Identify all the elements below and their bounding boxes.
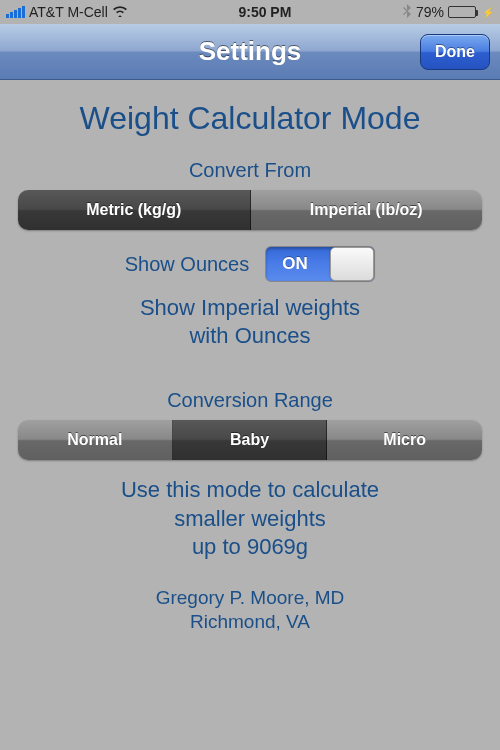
page-title: Weight Calculator Mode <box>18 100 482 137</box>
status-bar: AT&T M-Cell 9:50 PM 79% ⚡ <box>0 0 500 24</box>
nav-title: Settings <box>199 36 302 67</box>
segment-metric[interactable]: Metric (kg/g) <box>18 190 251 230</box>
segment-normal[interactable]: Normal <box>18 420 173 460</box>
battery-pct-label: 79% <box>416 4 444 20</box>
conversion-range-label: Conversion Range <box>18 389 482 412</box>
show-ounces-desc-line2: with Ounces <box>189 323 310 348</box>
segment-imperial[interactable]: Imperial (lb/oz) <box>251 190 483 230</box>
conversion-range-desc: Use this mode to calculate smaller weigh… <box>18 476 482 562</box>
show-ounces-toggle[interactable]: ON <box>265 246 375 282</box>
conversion-range-desc-line2: smaller weights <box>174 506 326 531</box>
show-ounces-desc: Show Imperial weights with Ounces <box>18 294 482 349</box>
segment-micro[interactable]: Micro <box>327 420 482 460</box>
toggle-state-label: ON <box>282 254 308 274</box>
nav-bar: Settings Done <box>0 24 500 80</box>
show-ounces-desc-line1: Show Imperial weights <box>140 295 360 320</box>
show-ounces-label: Show Ounces <box>125 253 250 276</box>
credits-line1: Gregory P. Moore, MD <box>156 587 345 608</box>
battery-icon <box>448 6 476 18</box>
charging-icon: ⚡ <box>482 7 494 18</box>
convert-from-label: Convert From <box>18 159 482 182</box>
bluetooth-icon <box>402 4 412 21</box>
credits-line2: Richmond, VA <box>190 611 310 632</box>
conversion-range-segmented: Normal Baby Micro <box>18 420 482 460</box>
credits: Gregory P. Moore, MD Richmond, VA <box>18 586 482 635</box>
show-ounces-row: Show Ounces ON <box>18 246 482 282</box>
carrier-label: AT&T M-Cell <box>29 4 108 20</box>
segment-baby[interactable]: Baby <box>173 420 328 460</box>
clock-label: 9:50 PM <box>128 4 402 20</box>
wifi-icon <box>112 4 128 20</box>
conversion-range-desc-line3: up to 9069g <box>192 534 308 559</box>
status-left: AT&T M-Cell <box>6 4 128 20</box>
signal-icon <box>6 6 25 18</box>
status-right: 79% ⚡ <box>402 4 494 21</box>
convert-from-segmented: Metric (kg/g) Imperial (lb/oz) <box>18 190 482 230</box>
content: Weight Calculator Mode Convert From Metr… <box>0 80 500 655</box>
done-button[interactable]: Done <box>420 34 490 70</box>
conversion-range-desc-line1: Use this mode to calculate <box>121 477 379 502</box>
toggle-knob <box>330 247 374 281</box>
